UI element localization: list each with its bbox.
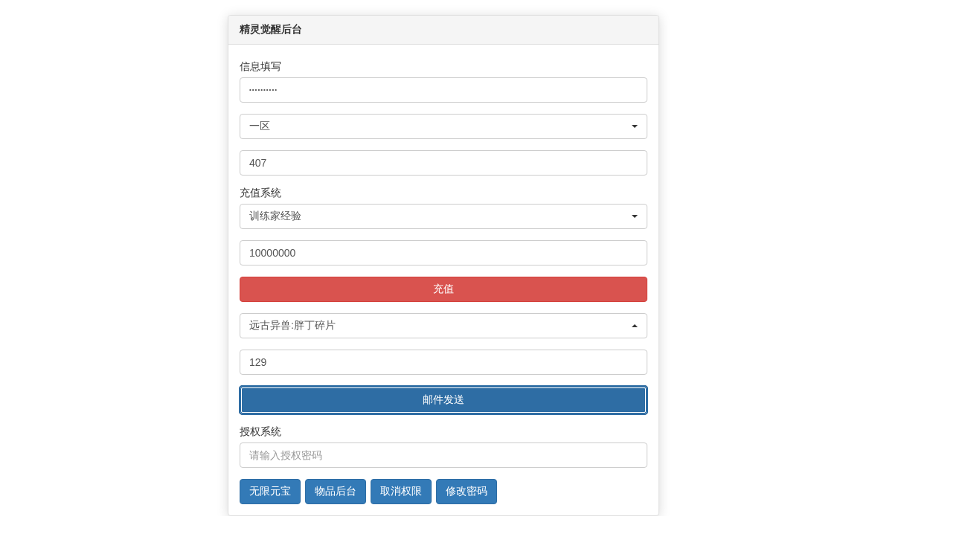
mail-send-button[interactable]: 邮件发送 [240,386,647,414]
item-count-input[interactable] [240,350,647,375]
recharge-button[interactable]: 充值 [240,277,647,302]
item-backend-button[interactable]: 物品后台 [305,479,366,504]
chevron-down-icon [632,125,638,128]
zone-select[interactable]: 一区 [240,114,647,139]
unlimited-gold-button[interactable]: 无限元宝 [240,479,301,504]
recharge-type-select[interactable]: 训练家经验 [240,204,647,229]
chevron-up-icon [632,324,638,327]
item-selected-label: 远古异兽:胖丁碎片 [249,318,336,333]
password-input[interactable]: •••••••••• [240,77,647,103]
recharge-type-label: 训练家经验 [249,209,301,224]
auth-section-label: 授权系统 [240,425,647,439]
auth-password-input[interactable] [240,442,647,468]
cancel-auth-button[interactable]: 取消权限 [371,479,432,504]
recharge-section-label: 充值系统 [240,187,647,200]
panel-body: 信息填写 •••••••••• 一区 充值系统 训练家经验 充值 远古异兽:胖丁… [228,45,659,515]
item-select[interactable]: 远古异兽:胖丁碎片 [240,313,647,338]
number-input[interactable] [240,150,647,176]
info-section-label: 信息填写 [240,60,647,74]
password-value: •••••••••• [249,86,278,94]
zone-selected-label: 一区 [249,119,270,134]
recharge-amount-input[interactable] [240,240,647,265]
action-button-row: 无限元宝 物品后台 取消权限 修改密码 [240,479,647,504]
chevron-down-icon [632,215,638,218]
admin-panel: 精灵觉醒后台 信息填写 •••••••••• 一区 充值系统 训练家经验 充值 … [228,15,659,516]
change-password-button[interactable]: 修改密码 [436,479,497,504]
panel-title: 精灵觉醒后台 [228,16,659,45]
